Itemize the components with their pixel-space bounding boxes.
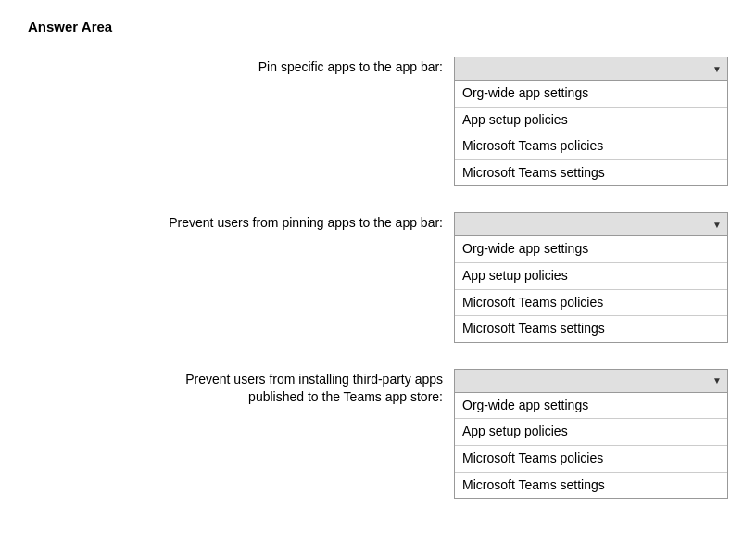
- question-label-1: Pin specific apps to the app bar:: [28, 57, 454, 77]
- question-row-3: Prevent users from installing third-part…: [28, 369, 728, 499]
- dropdown-1-arrow-icon: ▼: [712, 64, 722, 74]
- dropdown-1: ▼ Org-wide app settings App setup polici…: [454, 57, 728, 186]
- question-row-2: Prevent users from pinning apps to the a…: [28, 212, 728, 342]
- dropdown-3-option-4[interactable]: Microsoft Teams settings: [455, 473, 727, 499]
- dropdown-2: ▼ Org-wide app settings App setup polici…: [454, 212, 728, 342]
- dropdown-2-option-4[interactable]: Microsoft Teams settings: [455, 316, 727, 342]
- dropdown-1-header[interactable]: ▼: [454, 57, 728, 81]
- dropdown-3-option-1[interactable]: Org-wide app settings: [455, 393, 727, 420]
- dropdown-2-option-1[interactable]: Org-wide app settings: [455, 236, 727, 263]
- question-row-1: Pin specific apps to the app bar: ▼ Org-…: [28, 57, 728, 186]
- dropdown-3-options: Org-wide app settings App setup policies…: [454, 393, 728, 499]
- dropdown-3-arrow-icon: ▼: [712, 375, 722, 386]
- page-title: Answer Area: [28, 19, 728, 34]
- dropdown-3-header[interactable]: ▼: [454, 369, 728, 393]
- question-label-2: Prevent users from pinning apps to the a…: [28, 212, 454, 233]
- dropdown-2-option-3[interactable]: Microsoft Teams policies: [455, 290, 727, 317]
- dropdown-1-options: Org-wide app settings App setup policies…: [454, 81, 728, 186]
- dropdown-1-option-1[interactable]: Org-wide app settings: [455, 81, 727, 108]
- dropdown-2-header[interactable]: ▼: [454, 212, 728, 236]
- dropdown-3: ▼ Org-wide app settings App setup polici…: [454, 369, 728, 499]
- answer-area: Answer Area Pin specific apps to the app…: [28, 19, 728, 499]
- dropdown-3-option-2[interactable]: App setup policies: [455, 419, 727, 446]
- dropdown-2-option-2[interactable]: App setup policies: [455, 263, 727, 290]
- dropdown-1-option-3[interactable]: Microsoft Teams policies: [455, 133, 727, 160]
- dropdown-2-options: Org-wide app settings App setup policies…: [454, 236, 728, 342]
- question-label-3: Prevent users from installing third-part…: [28, 369, 454, 407]
- dropdown-1-option-4[interactable]: Microsoft Teams settings: [455, 160, 727, 186]
- dropdown-2-arrow-icon: ▼: [712, 220, 722, 230]
- dropdown-1-option-2[interactable]: App setup policies: [455, 108, 727, 134]
- dropdown-3-option-3[interactable]: Microsoft Teams policies: [455, 446, 727, 473]
